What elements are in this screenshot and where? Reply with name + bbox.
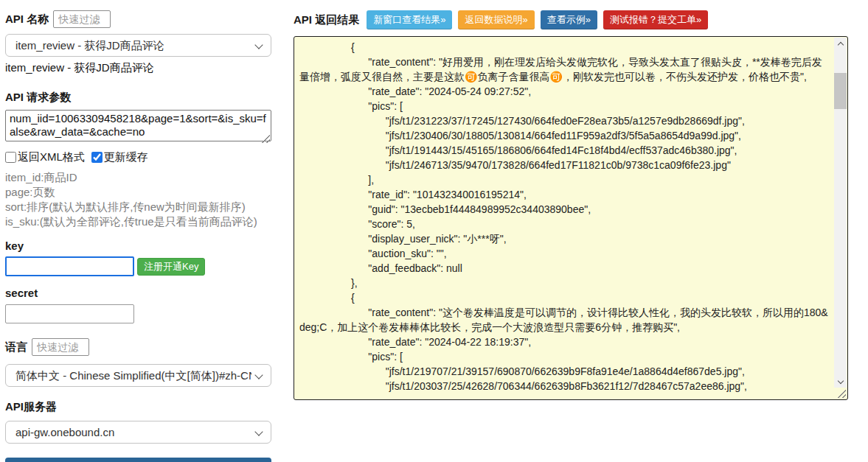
secret-label: secret [5, 287, 271, 299]
server-select[interactable]: api-gw.onebound.cn [5, 421, 271, 444]
language-select[interactable]: 简体中文 - Chinese Simplified(中文[简体])#zh-CN [5, 364, 271, 387]
result-panel: API 返回结果 新窗口查看结果» 返回数据说明» 查看示例» 测试报错？提交工… [294, 10, 848, 400]
request-params-textarea[interactable]: num_iid=10063309458218&page=1&sort=&is_s… [5, 110, 271, 141]
param-help-text: item_id:商品ID page:页数 sort:排序(默认为默认排序,传ne… [5, 170, 271, 229]
help-line-is-sku: is_sku:(默认为全部评论,传true是只看当前商品评论) [5, 214, 271, 229]
xml-format-label: 返回XML格式 [18, 150, 85, 164]
request-params-label: API 请求参数 [5, 91, 271, 105]
test-button[interactable]: 测试 [5, 458, 271, 462]
api-name-label: API 名称 [5, 13, 49, 27]
key-input[interactable] [5, 256, 134, 276]
report-error-ticket-button[interactable]: 测试报错？提交工单» [603, 10, 708, 29]
language-row: 语言 [5, 338, 271, 356]
scroll-down-icon[interactable] [834, 376, 847, 388]
format-options-row: 返回XML格式 更新缓存 [5, 150, 271, 164]
scrollbar-thumb[interactable] [834, 73, 847, 109]
help-line-page: page:页数 [5, 185, 271, 200]
view-example-button[interactable]: 查看示例» [541, 10, 597, 29]
api-description: item_review - 获得JD商品评论 [5, 61, 271, 75]
api-response-json-text[interactable]: { "rate_content": "好用爱用，刚在理发店给头发做完软化，导致头… [294, 37, 847, 396]
language-label: 语言 [5, 340, 27, 354]
api-name-row: API 名称 [5, 10, 271, 28]
register-key-button[interactable]: 注册开通Key [137, 258, 205, 276]
request-panel: API 名称 item_review - 获得JD商品评论 item_revie… [5, 10, 271, 462]
api-select[interactable]: item_review - 获得JD商品评论 [5, 34, 271, 57]
scroll-up-icon[interactable] [834, 38, 847, 49]
api-select-wrap: item_review - 获得JD商品评论 [5, 34, 271, 57]
language-select-wrap: 简体中文 - Chinese Simplified(中文[简体])#zh-CN [5, 364, 271, 387]
update-cache-label: 更新缓存 [104, 150, 148, 164]
result-title: API 返回结果 [294, 13, 359, 27]
xml-format-checkbox[interactable] [5, 152, 16, 163]
update-cache-checkbox[interactable] [91, 152, 103, 163]
server-select-wrap: api-gw.onebound.cn [5, 421, 271, 444]
help-line-sort: sort:排序(默认为默认排序,传new为时间最新排序) [5, 200, 271, 214]
help-line-item-id: item_id:商品ID [5, 170, 271, 185]
key-row: 注册开通Key [5, 256, 271, 276]
request-params-wrap: num_iid=10063309458218&page=1&sort=&is_s… [5, 110, 271, 144]
api-server-label: API服务器 [5, 400, 271, 414]
api-name-filter-input[interactable] [53, 10, 111, 28]
api-response-box[interactable]: { "rate_content": "好用爱用，刚在理发店给头发做完软化，导致头… [294, 36, 848, 400]
language-filter-input[interactable] [32, 338, 89, 356]
secret-input[interactable] [5, 304, 134, 323]
result-header: API 返回结果 新窗口查看结果» 返回数据说明» 查看示例» 测试报错？提交工… [294, 10, 848, 29]
result-scrollbar[interactable] [834, 38, 847, 388]
open-result-new-window-button[interactable]: 新窗口查看结果» [367, 10, 452, 29]
key-label: key [5, 239, 271, 252]
response-data-docs-button[interactable]: 返回数据说明» [458, 10, 534, 29]
